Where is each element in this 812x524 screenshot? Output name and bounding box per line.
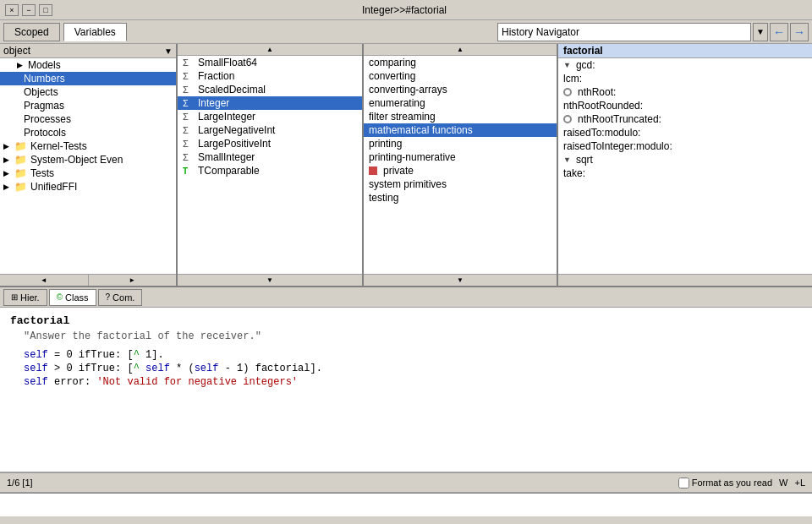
expand-icon: ▶	[3, 156, 9, 164]
list-item[interactable]: private	[364, 164, 557, 177]
list-item[interactable]: Numbers	[0, 72, 176, 85]
list-item[interactable]: enumerating	[364, 96, 557, 110]
code-text: error:	[48, 376, 97, 388]
classes-list[interactable]: ▶ Models Numbers Objects Pragmas Process…	[0, 58, 176, 274]
expand-icon: ▶	[3, 142, 9, 150]
list-item[interactable]: comparing	[364, 56, 557, 69]
item-label: LargeInteger	[198, 111, 255, 123]
classes-header: object	[3, 45, 30, 57]
tab-variables[interactable]: Variables	[63, 23, 127, 41]
list-item[interactable]: ▶ 📁 System-Object Even	[0, 153, 176, 166]
list-item[interactable]: ▼ gcd:	[558, 58, 812, 72]
item-label: UnifiedFFI	[30, 181, 77, 193]
list-item[interactable]: ▼ sqrt	[558, 153, 812, 166]
list-item[interactable]: testing	[364, 191, 557, 205]
history-forward-button[interactable]: →	[790, 23, 809, 41]
history-nav-input[interactable]	[497, 23, 751, 41]
item-label: ScaledDecimal	[198, 84, 266, 96]
prot-scroll-down[interactable]: ▼	[364, 274, 557, 286]
list-item[interactable]: Σ SmallFloat64	[178, 56, 362, 69]
w-button[interactable]: W	[779, 478, 787, 488]
list-item[interactable]: Σ SmallInteger	[178, 150, 362, 164]
statusbar: 1/6 [1] Format as you read W +L	[0, 472, 812, 493]
list-item[interactable]: printing-numerative	[364, 150, 557, 164]
scroll-right-btn[interactable]: ►	[89, 275, 177, 286]
item-label: enumerating	[369, 97, 425, 109]
item-label: LargePositiveInt	[198, 138, 271, 150]
cat-scroll-up[interactable]: ▲	[178, 44, 362, 56]
list-item[interactable]: Σ LargeInteger	[178, 110, 362, 123]
scroll-left-btn[interactable]: ◄	[0, 275, 89, 286]
list-item[interactable]: ▶ 📁 Kernel-Tests	[0, 139, 176, 153]
tab-hierarchy[interactable]: ⊞ Hier.	[3, 289, 47, 306]
list-item[interactable]: ▶ Models	[0, 58, 176, 72]
tab-scoped[interactable]: Scoped	[3, 23, 60, 41]
list-item[interactable]: converting-arrays	[364, 83, 557, 96]
list-item[interactable]: nthRoot:	[558, 85, 812, 99]
item-label: gcd:	[576, 59, 595, 71]
class-icon: ©	[57, 292, 63, 302]
format-checkbox[interactable]	[678, 478, 689, 489]
titlebar-controls: × − □	[5, 4, 52, 16]
code-keyword: self	[24, 376, 48, 388]
methods-list[interactable]: ▼ gcd: lcm: nthRoot: nthRootRounded: nth…	[558, 58, 812, 274]
history-back-button[interactable]: ←	[770, 23, 788, 41]
code-text: = 0 ifTrue: [	[48, 349, 134, 361]
close-button[interactable]: ×	[5, 4, 19, 16]
list-item[interactable]: Σ ScaledDecimal	[178, 83, 362, 96]
code-keyword: self	[24, 349, 48, 361]
list-item[interactable]: take:	[558, 166, 812, 180]
list-item[interactable]: Objects	[0, 85, 176, 99]
tab-class[interactable]: © Class	[49, 289, 96, 306]
format-checkbox-label[interactable]: Format as you read	[678, 478, 772, 489]
list-item[interactable]: Processes	[0, 112, 176, 126]
list-item[interactable]: mathematical functions	[364, 123, 557, 137]
list-item[interactable]: Pragmas	[0, 99, 176, 112]
list-item[interactable]: nthRootRounded:	[558, 99, 812, 112]
l-button[interactable]: +L	[794, 478, 805, 488]
code-string: 'Not valid for negative integers'	[96, 376, 298, 388]
code-caret: ^	[134, 349, 140, 361]
code-text: > 0 ifTrue: [	[48, 363, 134, 374]
prot-scroll-up[interactable]: ▲	[364, 44, 557, 56]
titlebar: × − □ Integer>>#factorial	[0, 0, 812, 20]
sigma-icon: Σ	[183, 85, 195, 95]
item-label: raisedToInteger:modulo:	[563, 140, 672, 152]
list-item[interactable]: printing	[364, 137, 557, 150]
list-item[interactable]: raisedToInteger:modulo:	[558, 139, 812, 153]
code-line: self > 0 ifTrue: [^ self * (self - 1) fa…	[24, 363, 802, 374]
maximize-button[interactable]: □	[39, 4, 52, 16]
list-item[interactable]: system primitives	[364, 177, 557, 191]
minimize-button[interactable]: −	[22, 4, 36, 16]
list-item[interactable]: Σ Fraction	[178, 69, 362, 83]
list-item[interactable]: nthRootTruncated:	[558, 112, 812, 126]
item-label: nthRoot:	[578, 86, 616, 98]
history-nav-dropdown[interactable]: ▼	[753, 23, 768, 41]
protocols-pane: ▲ comparing converting converting-arrays…	[364, 44, 558, 286]
command-input[interactable]	[3, 499, 809, 511]
list-item[interactable]: filter streaming	[364, 110, 557, 123]
list-item[interactable]: Σ Integer	[178, 96, 362, 110]
list-item[interactable]: ▶ 📁 UnifiedFFI	[0, 180, 176, 194]
sigma-icon: Σ	[183, 112, 195, 122]
code-line: self error: 'Not valid for negative inte…	[24, 376, 802, 388]
list-item[interactable]: converting	[364, 69, 557, 83]
list-item[interactable]: ▶ 📁 Tests	[0, 166, 176, 180]
list-item[interactable]: lcm:	[558, 72, 812, 85]
list-item[interactable]: Protocols	[0, 126, 176, 139]
code-text: - 1) factorial].	[218, 363, 321, 374]
protocols-list[interactable]: comparing converting converting-arrays e…	[364, 56, 557, 274]
code-keyword: self	[24, 363, 48, 374]
tab-comment[interactable]: ? Com.	[98, 289, 143, 306]
list-item[interactable]: Σ LargeNegativeInt	[178, 123, 362, 137]
categories-list[interactable]: Σ SmallFloat64 Σ Fraction Σ ScaledDecima…	[178, 56, 362, 274]
sigma-icon: Σ	[183, 125, 195, 135]
list-item[interactable]: Σ LargePositiveInt	[178, 137, 362, 150]
code-text	[140, 363, 145, 374]
cat-scroll-down[interactable]: ▼	[178, 274, 362, 286]
item-label: printing	[369, 138, 402, 150]
expand-icon: ▶	[17, 61, 23, 69]
list-item[interactable]: T TComparable	[178, 164, 362, 177]
toolbar: Scoped Variables ▼ ← →	[0, 20, 812, 44]
list-item[interactable]: raisedTo:modulo:	[558, 126, 812, 139]
